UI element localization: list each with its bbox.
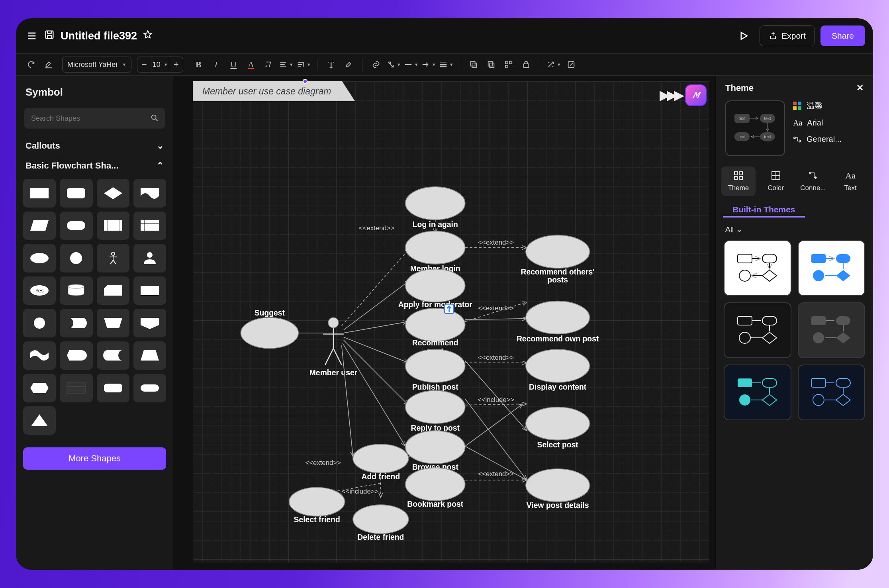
theme-card[interactable]	[798, 365, 866, 420]
send-backward-icon[interactable]	[483, 57, 499, 73]
svg-point-79	[353, 444, 408, 473]
shape-display[interactable]	[60, 341, 92, 370]
highlight-icon[interactable]	[341, 57, 356, 73]
share-button[interactable]: Share	[820, 25, 865, 46]
shape-internal-store[interactable]	[133, 212, 166, 240]
svg-point-118	[739, 270, 750, 281]
shape-pill[interactable]	[133, 374, 166, 402]
all-filter[interactable]: All⌄	[716, 218, 873, 237]
tab-color[interactable]: Color	[759, 167, 793, 196]
svg-text:Bookmark post: Bookmark post	[407, 500, 463, 508]
shape-parallelogram[interactable]	[23, 212, 56, 240]
shape-predefined[interactable]	[97, 212, 129, 240]
svg-point-130	[813, 332, 824, 343]
shape-manual-op[interactable]	[97, 309, 129, 337]
export-button[interactable]: Export	[760, 25, 815, 46]
font-size-stepper[interactable]: − 10▼ +	[137, 57, 183, 73]
font-size-value[interactable]: 10▼	[151, 57, 169, 72]
edit-icon[interactable]	[563, 57, 579, 73]
theme-card[interactable]	[724, 365, 791, 420]
shape-offpage[interactable]	[133, 309, 166, 337]
shape-blank[interactable]	[60, 374, 92, 402]
shape-rounded2[interactable]	[97, 374, 129, 402]
shape-stored-data[interactable]	[97, 341, 129, 370]
shape-wave[interactable]	[23, 341, 56, 370]
svg-rect-42	[104, 384, 122, 392]
svg-point-77	[405, 468, 465, 501]
shape-circle[interactable]	[60, 244, 92, 272]
line-style-icon[interactable]: ▼	[403, 57, 419, 73]
align-v-icon[interactable]: ▼	[296, 57, 311, 73]
more-shapes-button[interactable]: More Shapes	[23, 447, 166, 470]
shape-open-rect[interactable]	[133, 276, 166, 305]
arrow-style-icon[interactable]: ▼	[421, 57, 437, 73]
svg-text:Select friend: Select friend	[294, 515, 340, 524]
theme-card[interactable]	[724, 240, 791, 296]
decrease-size[interactable]: −	[137, 59, 151, 70]
bring-forward-icon[interactable]	[466, 57, 482, 73]
shape-document[interactable]	[133, 179, 166, 208]
link-icon[interactable]	[368, 57, 384, 73]
shape-hexagon[interactable]	[23, 374, 56, 402]
align-h-icon[interactable]: ▼	[278, 57, 294, 73]
shape-user[interactable]	[133, 244, 166, 272]
present-button[interactable]	[733, 25, 754, 46]
connector-icon[interactable]: ▼	[386, 57, 401, 73]
shape-trapezoid[interactable]	[133, 341, 166, 370]
search-icon[interactable]	[150, 114, 159, 125]
shape-rectangle[interactable]	[23, 179, 56, 208]
builtin-themes-title[interactable]: Built-in Themes	[723, 199, 805, 218]
tab-connector[interactable]: Conne...	[796, 167, 830, 196]
shape-capsule[interactable]	[60, 212, 92, 240]
svg-text:<<include>>: <<include>>	[342, 488, 378, 495]
text-color-icon[interactable]: A	[243, 57, 259, 73]
search-input[interactable]	[24, 108, 165, 129]
theme-card[interactable]	[798, 240, 866, 296]
svg-point-61	[405, 187, 465, 220]
tab-theme[interactable]: Theme	[721, 167, 756, 196]
svg-rect-116	[738, 254, 752, 263]
shape-ellipse[interactable]	[23, 244, 56, 272]
svg-rect-1	[471, 62, 475, 66]
canvas[interactable]: Member user use case diagram ▶▶▶ 𝘔 Membe…	[174, 76, 715, 570]
theme-card[interactable]	[724, 302, 791, 358]
filename-text[interactable]: Untitled file392	[61, 30, 137, 42]
font-selector[interactable]: Microsoft YaHei▼	[62, 57, 131, 73]
shape-direct-data[interactable]	[60, 309, 92, 337]
shape-triangle[interactable]	[23, 406, 56, 435]
theme-card[interactable]	[798, 302, 866, 358]
shape-database[interactable]	[60, 276, 92, 305]
format-painter-icon[interactable]	[41, 57, 57, 73]
svg-text:text: text	[738, 134, 746, 139]
hamburger-menu-icon[interactable]	[22, 26, 41, 45]
svg-point-63	[405, 231, 465, 264]
shape-yes[interactable]: Yes	[23, 276, 56, 305]
bold-icon[interactable]: B	[190, 57, 206, 73]
underline-icon[interactable]: U	[225, 57, 241, 73]
shape-card[interactable]	[97, 276, 129, 305]
svg-text:Log in again: Log in again	[413, 220, 458, 229]
shape-actor[interactable]	[97, 244, 129, 272]
theme-thumbnail[interactable]: text text text text	[725, 100, 785, 156]
clear-format-icon[interactable]	[260, 57, 276, 73]
svg-rect-11	[30, 188, 49, 198]
italic-icon[interactable]: I	[208, 57, 224, 73]
section-flowchart[interactable]: Basic Flowchart Sha... ⌃	[16, 156, 173, 176]
tab-text[interactable]: AaText	[833, 167, 867, 196]
svg-marker-135	[762, 394, 777, 406]
svg-rect-112	[734, 176, 738, 180]
effects-icon[interactable]: ▼	[546, 57, 562, 73]
save-icon[interactable]	[44, 29, 55, 43]
star-icon[interactable]	[143, 29, 153, 43]
shape-rounded-rect[interactable]	[60, 179, 92, 208]
section-callouts[interactable]: Callouts ⌄	[16, 136, 173, 156]
increase-size[interactable]: +	[169, 59, 183, 70]
lock-icon[interactable]	[518, 57, 534, 73]
shape-diamond[interactable]	[97, 179, 129, 208]
redo-icon[interactable]	[23, 57, 39, 73]
shape-connector-circle[interactable]	[23, 309, 56, 337]
line-weight-icon[interactable]: ▼	[438, 57, 454, 73]
text-tool-icon[interactable]: T	[323, 57, 339, 73]
close-icon[interactable]: ✕	[856, 83, 864, 93]
group-icon[interactable]	[501, 57, 517, 73]
